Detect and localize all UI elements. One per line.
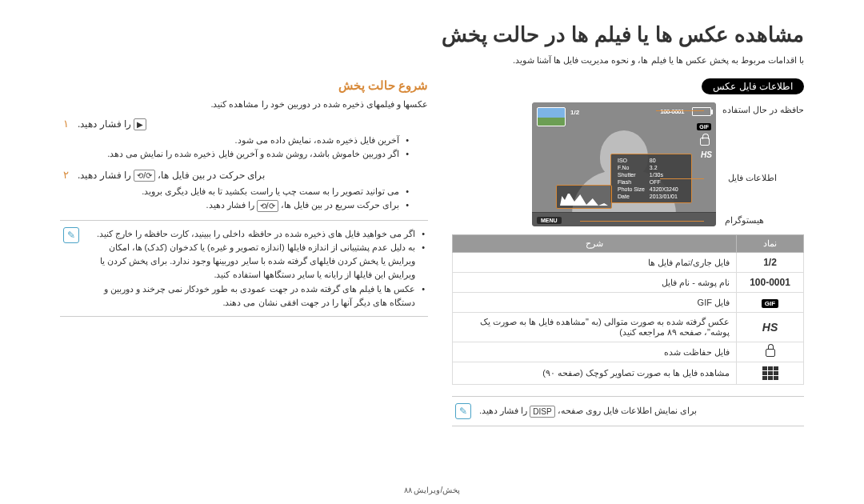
page-title: مشاهده عکس ها یا فیلم ها در حالت پخش bbox=[60, 22, 804, 47]
lock-icon bbox=[700, 138, 710, 146]
table-header-symbol: نماد bbox=[737, 235, 804, 253]
table-row: GIF فایل GIF bbox=[453, 293, 804, 313]
nav-keys-icon: ⟲/⟳ bbox=[134, 170, 155, 182]
note-bullet: به دلیل عدم پشتیبانی از اندازه فایلها (ا… bbox=[87, 241, 425, 282]
step-2-bullet: برای حرکت سریع در بین فایل ها، ⟲/⟳ را فش… bbox=[60, 198, 409, 212]
note-bullet: عکس ها یا فیلم های گرفته شده در جهت عمود… bbox=[87, 282, 425, 310]
menu-button: MENU bbox=[537, 217, 562, 224]
step-number: ۲ bbox=[60, 169, 71, 181]
note-icon: ✎ bbox=[63, 227, 79, 243]
primary-column: شروع حالت پخش عکسها و فیلمهای ذخیره شده … bbox=[60, 78, 428, 426]
camera-lcd: 1/2 100-0001 GIF HS ISO80 F.No3.2 Shutte… bbox=[532, 102, 716, 226]
gif-badge-icon: GIF bbox=[697, 123, 711, 130]
callout-histogram: هیستوگرام bbox=[725, 215, 764, 226]
page-footer: پخش/ویرایش ۸۸ bbox=[0, 486, 864, 494]
step-number: ۱ bbox=[60, 118, 71, 130]
thumbnail-grid-icon bbox=[762, 366, 778, 380]
step-1-text: را فشار دهید. bbox=[78, 118, 134, 130]
table-row: HS عکس گرفته شده به صورت متوالی (به "مشا… bbox=[453, 313, 804, 342]
folder-number: 100-0001 bbox=[660, 108, 684, 115]
gif-badge-icon: GIF bbox=[762, 299, 778, 308]
note-box: ✎ اگر می خواهید فایل های ذخیره شده در حا… bbox=[60, 220, 428, 316]
footnote-suf: را فشار دهید. bbox=[479, 406, 530, 415]
file-counter: 1/2 bbox=[570, 109, 579, 116]
lock-icon bbox=[766, 349, 775, 357]
footnote-pre: برای نمایش اطلاعات فایل روی صفحه، bbox=[555, 406, 697, 415]
play-key-icon: ▶ bbox=[134, 118, 146, 130]
table-row: مشاهده فایل ها به صورت تصاویر کوچک (صفحه… bbox=[453, 362, 804, 385]
step-1-bullet: اگر دوربین خاموش باشد، روشن شده و آخرین … bbox=[60, 147, 409, 161]
section-intro: عکسها و فیلمهای ذخیره شده در دوربین خود … bbox=[60, 98, 428, 111]
step-2-text-suf: را فشار دهید. bbox=[78, 170, 134, 181]
hs-icon: HS bbox=[701, 150, 712, 159]
histogram-icon bbox=[556, 185, 612, 209]
table-row: 100-0001 نام پوشه - نام فایل bbox=[453, 273, 804, 293]
step-1: ۱ ▶ را فشار دهید. bbox=[60, 118, 428, 130]
secondary-column: اطلاعات فایل عکس 1/2 100-0001 GIF HS ISO… bbox=[452, 78, 804, 426]
step-2-bullet: می توانید تصویر را به سمت چپ یا راست بکش… bbox=[60, 185, 409, 198]
battery-icon bbox=[692, 107, 711, 116]
hs-icon: HS bbox=[762, 321, 778, 334]
menu-bar: MENU bbox=[532, 212, 716, 226]
symbol-table: نماد شرح 1/2 فایل جاری/تمام فایل ها 100-… bbox=[452, 234, 804, 385]
step-2: ۲ برای حرکت در بین فایل ها، ⟲/⟳ را فشار … bbox=[60, 169, 428, 182]
step-2-text-pre: برای حرکت در بین فایل ها، bbox=[155, 170, 265, 181]
info-pill: اطلاعات فایل عکس bbox=[702, 78, 804, 94]
table-row: فایل حفاظت شده bbox=[453, 342, 804, 362]
note-icon: ✎ bbox=[455, 403, 471, 419]
nav-keys-icon: ⟲/⟳ bbox=[257, 200, 278, 212]
table-header-desc: شرح bbox=[453, 235, 737, 253]
disp-key-icon: DISP bbox=[530, 406, 554, 418]
callout-memory: حافظه در حال استفاده bbox=[722, 105, 804, 115]
note-bullet: اگر می خواهید فایل های ذخیره شده در حافظ… bbox=[87, 227, 425, 241]
intro-text: با اقدامات مربوط به پخش عکس ها یا فیلم ه… bbox=[60, 55, 804, 66]
table-row: 1/2 فایل جاری/تمام فایل ها bbox=[453, 253, 804, 273]
footnote-box: ✎ برای نمایش اطلاعات فایل روی صفحه، DISP… bbox=[452, 396, 804, 426]
callout-info: اطلاعات فایل bbox=[728, 173, 777, 183]
section-title: شروع حالت پخش bbox=[60, 78, 428, 93]
thumbnail-icon bbox=[537, 107, 566, 126]
lcd-diagram: 1/2 100-0001 GIF HS ISO80 F.No3.2 Shutte… bbox=[500, 102, 716, 226]
step-1-bullet: آخرین فایل ذخیره شده، نمایش داده می شود. bbox=[60, 134, 409, 147]
